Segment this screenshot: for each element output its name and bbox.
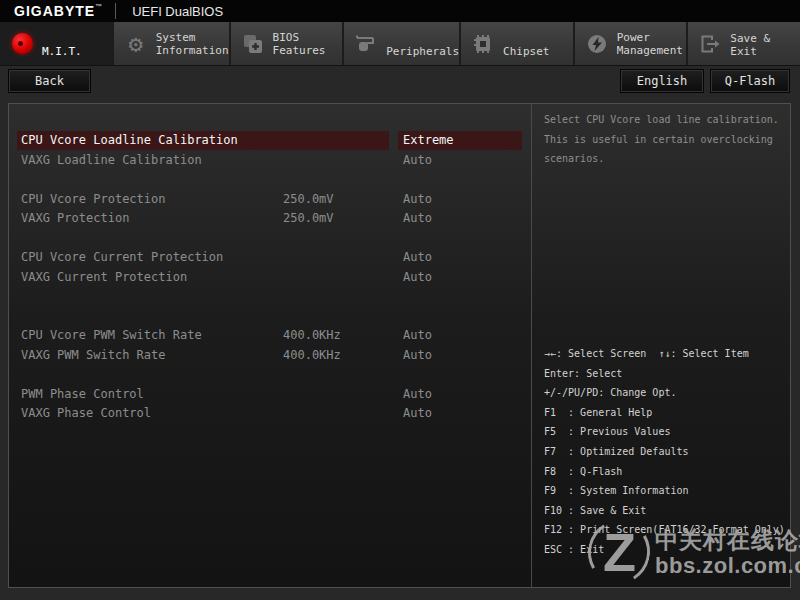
key-hint-f1: F1 : General Help [544,403,789,423]
setting-mid-value [283,404,389,423]
key-hint-f12: F12 : Print Screen(FAT16/32 Format Only) [544,520,789,540]
tab-bios-features[interactable]: BIOS Features [229,22,343,65]
settings-list: CPU Vcore Loadline Calibration Extreme V… [9,104,530,424]
main-tab-bar: M.I.T. ⚙ System Information BIOS Feature… [0,22,800,66]
sub-toolbar: Back English Q-Flash [0,66,800,103]
tab-system-information[interactable]: ⚙ System Information [112,22,229,65]
setting-label: CPU Vcore Current Protection [21,248,283,267]
bios-screen: GIGABYTE™ UEFI DualBIOS M.I.T. ⚙ System … [0,0,800,600]
tab-label: M.I.T. [42,45,82,58]
settings-group-current-protection: CPU Vcore Current Protection Auto VAXG C… [9,248,530,287]
tab-label: Chipset [503,45,549,58]
setting-label: VAXG Current Protection [21,268,283,287]
setting-mid-value: 250.0mV [283,190,389,209]
setting-row-cpu-vcore-current-protection[interactable]: CPU Vcore Current Protection Auto [9,248,530,268]
key-hint-f7: F7 : Optimized Defaults [544,442,789,462]
setting-mid-value [283,385,389,404]
setting-value: Auto [398,346,522,365]
tab-peripherals[interactable]: Peripherals [342,22,459,65]
setting-row-cpu-vcore-protection[interactable]: CPU Vcore Protection 250.0mV Auto [9,190,530,210]
key-hint-navigation: →←: Select Screen ↑↓: Select Item [544,344,789,364]
key-hint-f10: F10 : Save & Exit [544,501,789,521]
setting-mid-value [283,151,389,170]
chipset-icon [470,31,496,57]
setting-value: Auto [398,268,522,287]
tab-chipset[interactable]: Chipset [459,22,573,65]
setting-row-vaxg-pwm-switch-rate[interactable]: VAXG PWM Switch Rate 400.0KHz Auto [9,346,530,366]
setting-row-vaxg-phase-control[interactable]: VAXG Phase Control Auto [9,404,530,424]
key-hint-change-option: +/-/PU/PD: Change Opt. [544,383,789,403]
settings-panel: CPU Vcore Loadline Calibration Extreme V… [8,103,791,588]
language-button[interactable]: English [620,69,704,93]
setting-mid-value: 400.0KHz [283,346,389,365]
setting-label: VAXG Phase Control [21,404,283,423]
tab-mit[interactable]: M.I.T. [0,22,112,65]
setting-row-vaxg-loadline-calibration[interactable]: VAXG Loadline Calibration Auto [9,151,530,171]
setting-label: PWM Phase Control [21,385,283,404]
setting-value: Auto [398,385,522,404]
firmware-title: UEFI DualBIOS [132,4,223,19]
tab-label: BIOS Features [273,31,326,57]
setting-label: VAXG Protection [21,209,283,228]
setting-label: CPU Vcore Loadline Calibration [21,131,283,150]
tab-label: Peripherals [386,45,459,58]
setting-row-cpu-vcore-loadline-calibration[interactable]: CPU Vcore Loadline Calibration Extreme [9,131,530,151]
bios-chip-icon [240,31,266,57]
brand-divider [115,3,116,19]
setting-label: VAXG Loadline Calibration [21,151,283,170]
settings-group-loadline: CPU Vcore Loadline Calibration Extreme V… [9,131,530,170]
settings-group-pwm-switch-rate: CPU Vcore PWM Switch Rate 400.0KHz Auto … [9,326,530,365]
setting-label: VAXG PWM Switch Rate [21,346,283,365]
key-hints: →←: Select Screen ↑↓: Select Item Enter:… [544,344,789,560]
settings-group-phase-control: PWM Phase Control Auto VAXG Phase Contro… [9,385,530,424]
help-sidebar: Select CPU Vcore load line calibration. … [531,104,791,587]
setting-row-vaxg-protection[interactable]: VAXG Protection 250.0mV Auto [9,209,530,229]
setting-mid-value: 400.0KHz [283,326,389,345]
setting-mid-value [283,268,389,287]
tab-label: Power Management [617,31,683,57]
tab-save-exit[interactable]: Save & Exit [686,22,800,65]
key-hint-enter: Enter: Select [544,364,789,384]
setting-value: Auto [398,326,522,345]
qflash-button[interactable]: Q-Flash [710,69,790,93]
gigabyte-logo: GIGABYTE™ [14,3,103,19]
back-button[interactable]: Back [8,69,91,93]
setting-value: Auto [398,248,522,267]
help-line: This is useful in certain overclocking [544,130,787,150]
setting-value: Extreme [398,131,522,150]
key-hint-f9: F9 : System Information [544,481,789,501]
setting-value: Auto [398,209,522,228]
setting-row-pwm-phase-control[interactable]: PWM Phase Control Auto [9,385,530,405]
tab-power-management[interactable]: Power Management [573,22,687,65]
settings-group-protection: CPU Vcore Protection 250.0mV Auto VAXG P… [9,190,530,229]
trademark-symbol: ™ [95,3,103,10]
setting-mid-value [283,248,389,267]
key-hint-esc: ESC : Exit [544,540,789,560]
key-hint-f8: F8 : Q-Flash [544,462,789,482]
setting-row-vaxg-current-protection[interactable]: VAXG Current Protection Auto [9,268,530,288]
save-exit-icon [697,31,723,57]
setting-mid-value: 250.0mV [283,209,389,228]
mit-red-dot-icon [9,31,35,57]
top-brand-bar: GIGABYTE™ UEFI DualBIOS [0,0,800,22]
power-bolt-icon [584,31,610,57]
key-hint-f5: F5 : Previous Values [544,422,789,442]
gear-icon: ⚙ [123,31,149,57]
setting-value: Auto [398,151,522,170]
help-line: scenarios. [544,149,787,169]
setting-row-cpu-vcore-pwm-switch-rate[interactable]: CPU Vcore PWM Switch Rate 400.0KHz Auto [9,326,530,346]
setting-label: CPU Vcore PWM Switch Rate [21,326,283,345]
setting-value: Auto [398,404,522,423]
peripherals-icon [353,31,379,57]
setting-value: Auto [398,190,522,209]
tab-label: System Information [156,31,229,57]
tab-label: Save & Exit [730,32,800,58]
setting-mid-value [283,131,389,150]
item-help-text: Select CPU Vcore load line calibration. … [544,110,787,169]
setting-label: CPU Vcore Protection [21,190,283,209]
help-line: Select CPU Vcore load line calibration. [544,110,787,130]
